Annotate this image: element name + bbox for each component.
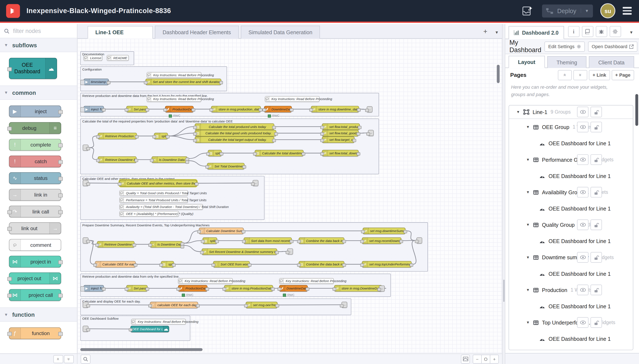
output-port-2[interactable] xyxy=(180,245,184,248)
inject-button[interactable] xyxy=(80,80,84,85)
output-port[interactable] xyxy=(219,81,223,84)
visibility-eye-button[interactable] xyxy=(577,317,588,328)
input-port[interactable] xyxy=(193,126,197,129)
link-out-node[interactable]: → xyxy=(379,286,385,292)
palette-node-function[interactable]: ƒfunction xyxy=(9,328,61,339)
tree-widget-row[interactable]: OEE Dashboard for Line 1 xyxy=(509,200,633,217)
output-port[interactable] xyxy=(272,126,276,129)
input-port[interactable] xyxy=(193,139,197,142)
output-port[interactable] xyxy=(102,288,105,291)
input-port[interactable] xyxy=(95,244,99,246)
flow-node-change[interactable]: ⇄store in msg.production_data xyxy=(211,106,261,112)
flow-node-change[interactable]: ⇄Set Total Downtime to 0 xyxy=(207,163,244,169)
zoom-reset-button[interactable]: O xyxy=(481,354,490,363)
flow-node-calc[interactable]: ▤Calculate the total good units produced… xyxy=(195,130,276,136)
output-port-1[interactable] xyxy=(185,157,189,160)
link-in-node[interactable]: → xyxy=(83,302,88,308)
input-port[interactable] xyxy=(125,108,128,112)
canvas-vertical-scrollbar[interactable] xyxy=(497,65,500,83)
port[interactable] xyxy=(86,182,90,186)
flow-node-orange[interactable]: DowntimeDataRWC xyxy=(264,106,292,112)
canvas-horizontal-scrollbar[interactable] xyxy=(80,348,203,351)
flow-node-change[interactable]: ⇄store in msg.DowntimeData xyxy=(334,285,382,292)
output-port[interactable] xyxy=(220,152,223,156)
dashboard-tab-Theming[interactable]: Theming xyxy=(547,56,586,68)
comment-node[interactable]: Key Instructions: Read Before Proceeding xyxy=(147,96,201,102)
sidebar-resize-gutter[interactable] xyxy=(502,24,505,364)
input-port[interactable] xyxy=(309,108,313,112)
output-port-1[interactable] xyxy=(180,242,184,245)
palette-node-link-out[interactable]: link out→ xyxy=(9,222,61,234)
input-port[interactable] xyxy=(96,135,100,138)
flow-node-funcpeach[interactable]: ƒCalculate Downtime Summery xyxy=(199,228,244,234)
input-port[interactable] xyxy=(201,240,205,243)
input-port[interactable] xyxy=(118,182,121,186)
input-port[interactable] xyxy=(320,152,324,156)
flow-assistant-icon[interactable] xyxy=(521,5,535,17)
output-port[interactable] xyxy=(342,240,346,243)
palette-node-status[interactable]: ∿status xyxy=(9,172,61,184)
comment-node[interactable]: README xyxy=(107,55,129,60)
add-link-button[interactable]: + Link xyxy=(589,70,610,80)
output-port[interactable] xyxy=(342,264,346,267)
input-port[interactable] xyxy=(222,288,226,291)
input-port[interactable] xyxy=(360,240,364,243)
input-port[interactable] xyxy=(152,135,156,138)
flow-canvas[interactable]: DocumentationConfigurationRetrieve produ… xyxy=(77,39,502,353)
tree-widget-row[interactable]: OEE Dashboard for Line 1 xyxy=(509,266,633,282)
sidebar-options-caret[interactable]: ▼ xyxy=(629,30,636,35)
main-menu-icon[interactable] xyxy=(623,7,631,14)
zoom-out-button[interactable]: − xyxy=(473,354,482,363)
input-port[interactable] xyxy=(360,264,364,267)
tree-group-row[interactable]: ▼OEE Group1 Widgets xyxy=(509,119,633,135)
zoom-in-button[interactable]: + xyxy=(490,354,499,363)
port[interactable] xyxy=(377,288,381,291)
flow-node-change[interactable]: ⇄set flow.total_good_units xyxy=(322,130,359,136)
unlock-button[interactable] xyxy=(590,187,602,198)
output-port[interactable] xyxy=(58,143,63,147)
input-port[interactable] xyxy=(209,108,213,112)
flow-node-inject[interactable]: ▶inject ↻ xyxy=(84,285,104,292)
flow-group[interactable]: Calculate and display OEE for each day. xyxy=(80,298,351,315)
output-port[interactable] xyxy=(58,332,63,336)
deploy-button[interactable]: Deploy ▼ xyxy=(542,4,593,17)
output-port[interactable] xyxy=(275,251,279,254)
flow-node-orange[interactable]: DowntimeDataRWC xyxy=(279,285,308,292)
palette-category-subflows[interactable]: ▼subflows xyxy=(0,38,77,52)
output-port[interactable] xyxy=(272,139,276,142)
output-port[interactable] xyxy=(58,110,63,114)
comment-node[interactable]: OEE = (Availability) * (Performance) * (… xyxy=(119,211,179,217)
flow-node-split[interactable]: ▥split xyxy=(208,150,222,156)
collapse-all-categories-button[interactable]: « xyxy=(54,355,63,363)
link-out-node[interactable]: → xyxy=(342,302,347,308)
edit-settings-button[interactable]: Edit Settings xyxy=(544,42,585,52)
config-gear-icon[interactable] xyxy=(609,26,621,37)
palette-category-common[interactable]: ▼common xyxy=(0,86,77,100)
output-port[interactable] xyxy=(172,264,176,267)
tree-group-row[interactable]: ▼Performance Group1 Widgets xyxy=(509,152,633,168)
flow-node-change[interactable]: ⇄Set params xyxy=(126,106,148,112)
output-port[interactable] xyxy=(191,108,195,112)
output-port[interactable] xyxy=(196,304,200,308)
output-port[interactable] xyxy=(166,135,169,138)
visibility-eye-button[interactable] xyxy=(577,187,588,198)
port[interactable] xyxy=(251,182,255,186)
input-port[interactable] xyxy=(96,159,100,162)
palette-node-comment[interactable]: comment xyxy=(9,239,61,251)
link-out-node[interactable]: → xyxy=(417,237,422,244)
tree-widget-row[interactable]: OEE Dashboard for Line 1 xyxy=(509,168,633,184)
output-port[interactable] xyxy=(353,139,356,142)
comment-node[interactable]: Key Instructions: Read Before Proceeding xyxy=(265,96,320,102)
input-port[interactable] xyxy=(297,264,301,267)
flow-group[interactable]: Retrieve production and downtime data fr… xyxy=(80,93,379,116)
tree-group-row[interactable]: ▼Availability Group1 Widgets xyxy=(509,184,633,200)
input-port[interactable] xyxy=(197,230,201,233)
flow-node-change[interactable]: ⇄store in msg.ProductionData xyxy=(224,285,273,292)
output-port[interactable] xyxy=(215,240,219,243)
flow-node-change[interactable]: ⇄Calculate OEE and other metrics, then s… xyxy=(119,180,197,186)
port[interactable] xyxy=(86,147,90,150)
flow-node-inject[interactable]: ▶timestamp ↻ xyxy=(84,78,109,85)
flow-node-funcpeach[interactable]: ƒcalculate OEE for each day xyxy=(150,302,198,308)
unlock-button[interactable] xyxy=(590,106,602,117)
expand-all-categories-button[interactable]: » xyxy=(64,355,74,363)
